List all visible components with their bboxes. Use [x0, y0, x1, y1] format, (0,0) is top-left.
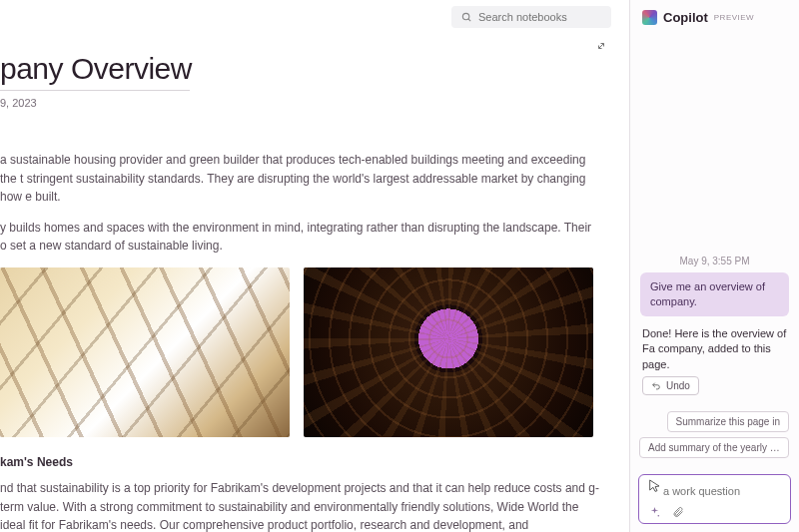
composer[interactable]	[638, 474, 791, 524]
suggestion-chip[interactable]: Add summary of the yearly financial	[639, 437, 789, 458]
undo-label: Undo	[666, 380, 690, 391]
search-input[interactable]	[478, 11, 601, 23]
copilot-logo-icon	[642, 10, 657, 25]
image-spiral-dome	[304, 267, 593, 437]
sparkle-icon[interactable]	[647, 505, 661, 519]
image-wood-structure	[0, 267, 290, 437]
assistant-message-text: Done! Here is the overview of Fa company…	[642, 327, 786, 370]
chat-thread: May 9, 3:55 PM Give me an overview of co…	[630, 31, 799, 474]
page-date: 9, 2023	[0, 97, 611, 109]
attachment-icon[interactable]	[671, 505, 685, 519]
preview-badge: PREVIEW	[714, 13, 754, 22]
copilot-panel: Copilot PREVIEW May 9, 3:55 PM Give me a…	[629, 0, 799, 532]
document-body: pany Overview 9, 2023 a sustainable hous…	[0, 0, 611, 532]
paragraph: a sustainable housing provider and green…	[0, 151, 599, 207]
paragraph: nd that sustainability is a top priority…	[0, 479, 599, 532]
chat-spacer	[640, 39, 789, 256]
svg-line-1	[468, 18, 470, 20]
svg-point-0	[462, 13, 468, 19]
user-message: Give me an overview of company.	[640, 272, 789, 316]
copilot-header: Copilot PREVIEW	[630, 0, 799, 31]
suggestion-list: Summarize this page in Add summary of th…	[640, 411, 789, 458]
composer-input[interactable]	[647, 485, 782, 497]
suggestion-chip[interactable]: Summarize this page in	[667, 411, 790, 432]
assistant-message: Done! Here is the overview of Fa company…	[640, 326, 789, 401]
app-root: pany Overview 9, 2023 a sustainable hous…	[0, 0, 799, 532]
search-container	[451, 6, 611, 28]
expand-icon[interactable]	[595, 40, 607, 52]
paragraph: y builds homes and spaces with the envir…	[0, 219, 599, 256]
image-row	[0, 267, 611, 437]
chat-timestamp: May 9, 3:55 PM	[640, 256, 789, 266]
search-box[interactable]	[451, 6, 611, 28]
section-heading: kam's Needs	[0, 455, 611, 469]
undo-icon	[651, 381, 661, 391]
undo-button[interactable]: Undo	[642, 376, 699, 395]
composer-toolbar	[647, 505, 782, 519]
svg-point-2	[657, 514, 659, 516]
search-icon	[461, 12, 472, 23]
title-rule	[0, 90, 190, 91]
page-title: pany Overview	[0, 52, 611, 86]
main-pane: pany Overview 9, 2023 a sustainable hous…	[0, 0, 629, 532]
copilot-title: Copilot	[663, 10, 708, 25]
